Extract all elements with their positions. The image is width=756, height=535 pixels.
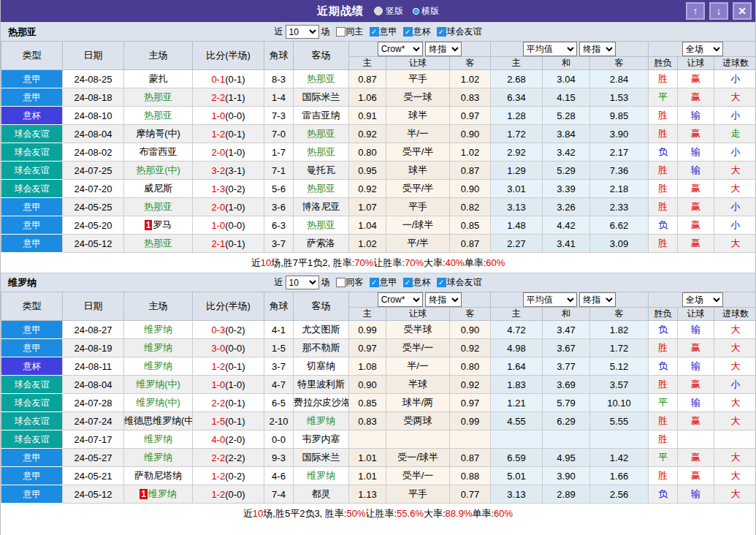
odds-away: 0.85 [450, 216, 491, 235]
match-date: 24-08-25 [63, 70, 124, 88]
avg-away: 10.10 [590, 394, 649, 412]
league-checkbox[interactable]: 意杯 [403, 276, 431, 289]
odds-home: 0.99 [349, 321, 386, 339]
odds-home: 1.04 [349, 216, 386, 235]
match-count-select[interactable]: 10 [286, 276, 319, 289]
odds-away: 0.83 [450, 88, 491, 107]
corner-cell: 7-4 [264, 485, 294, 504]
score-cell: 1-5(0-1) [193, 412, 264, 430]
table-row: 球会友谊24-07-17维罗纳4-0(2-0)0-0韦罗内塞胜 [1, 430, 756, 449]
result-goals: 小 [714, 143, 756, 162]
home-team-name: 热那亚 [144, 238, 172, 248]
avg-away: 3.09 [590, 235, 649, 253]
halftime-score: (1-0) [225, 147, 245, 158]
avg-draw: 3.42 [543, 143, 590, 162]
home-team-cell: 热那亚 [124, 88, 193, 107]
league-checkbox[interactable]: 意甲 [370, 26, 397, 38]
summary-text-segment: 55.6% [397, 508, 424, 519]
odds-handicap: 受半球 [386, 321, 450, 339]
checkbox-icon [403, 27, 413, 37]
fulltime-score: 1-2 [211, 489, 225, 500]
summary-text-segment: 60% [486, 257, 505, 268]
avg-home: 5.01 [491, 467, 543, 485]
home-team-cell: 维罗纳 [124, 430, 193, 449]
league-checkbox[interactable]: 球会友谊 [437, 276, 482, 289]
score-cell: 0-1(0-1) [193, 70, 264, 88]
match-count-select[interactable]: 10 [286, 25, 319, 39]
home-team-cell: 热那亚 [124, 107, 193, 125]
checkbox-icon [370, 278, 379, 287]
avg-away: 2.84 [590, 70, 649, 88]
bookmaker-select[interactable]: Crow* [378, 292, 423, 307]
avg-select-group: 平均值 终指 [491, 292, 649, 308]
fulltime-select[interactable]: 全场 [682, 42, 723, 56]
home-team-cell: 维罗纳 [124, 357, 193, 376]
avg-stage-select[interactable]: 终指 [579, 292, 616, 307]
away-team-cell: 热那亚 [294, 70, 349, 88]
away-team-name: 热那亚 [307, 146, 335, 157]
fulltime-select[interactable]: 全场 [682, 292, 723, 307]
avg-away [590, 430, 649, 449]
odds-handicap: 平手 [386, 70, 450, 88]
avg-draw: 3.84 [543, 125, 590, 143]
summary-text-segment: 场,胜7平1负2, 胜率: [271, 257, 354, 270]
away-team-cell: 热那亚 [294, 143, 349, 162]
avg-draw: 3.90 [543, 467, 590, 485]
avg-home: 3.13 [491, 198, 543, 216]
summary-text-segment: 40% [446, 257, 465, 268]
layout-vertical-radio[interactable]: 竖版 [374, 5, 403, 18]
bookmaker-select[interactable]: Crow* [378, 42, 423, 56]
home-team-name: 热那亚 [144, 201, 172, 212]
odds-away: 0.90 [450, 180, 491, 198]
avg-home: 2.92 [491, 143, 543, 162]
recent-results-window: 近期战绩 竖版 横版 ↑ ↓ ✕ 热那亚 近 10 场 同主 [0, 0, 756, 535]
average-select[interactable]: 平均值 [523, 42, 577, 56]
layout-horizontal-radio[interactable]: 横版 [413, 5, 439, 18]
odds-stage-select[interactable]: 终指 [425, 292, 462, 307]
table-row: 意杯24-08-11维罗纳1-2(0-1)3-7切塞纳1.08半/一0.801.… [1, 357, 756, 376]
away-team-name: 热那亚 [307, 128, 335, 139]
odds-home: 0.95 [349, 162, 386, 180]
average-select[interactable]: 平均值 [523, 292, 577, 307]
result-goals: 大 [714, 394, 756, 412]
scroll-down-button[interactable]: ↓ [709, 2, 728, 20]
avg-stage-select[interactable]: 终指 [579, 42, 616, 56]
corner-cell: 4-6 [264, 467, 294, 485]
league-checkbox[interactable]: 意甲 [370, 276, 397, 289]
result-handicap: 输 [678, 107, 714, 125]
odds-stage-select[interactable]: 终指 [425, 42, 462, 56]
odds-away [450, 430, 491, 449]
halftime-score: (2-2) [225, 452, 245, 463]
league-checkbox[interactable]: 意杯 [403, 26, 431, 38]
sub-col-header: 客 [450, 308, 491, 321]
fulltime-score: 2-2 [211, 452, 225, 463]
away-team-name: 热那亚 [307, 183, 335, 194]
same-venue-checkbox[interactable]: 同主 [336, 26, 364, 38]
home-team-cell: 维罗纳(中) [124, 394, 193, 412]
col-header-type: 类型 [1, 292, 63, 321]
result-goals: 小 [714, 198, 756, 216]
result-winlose: 胜 [649, 467, 678, 485]
sub-col-header: 胜负 [649, 308, 678, 321]
corner-cell: 2-10 [264, 412, 294, 430]
result-goals: 大 [714, 357, 756, 376]
summary-text-segment: 70% [405, 257, 424, 268]
team-section: 维罗纳 近 10 场 同客 意甲意杯球会友谊 类型 [1, 273, 755, 523]
league-checkbox[interactable]: 球会友谊 [437, 26, 482, 38]
scroll-up-button[interactable]: ↑ [686, 2, 705, 20]
result-goals: 大 [714, 339, 756, 357]
sub-col-header: 让球 [386, 57, 450, 70]
home-team-name: 维罗纳 [144, 433, 172, 444]
avg-home: 1.72 [491, 125, 543, 143]
corner-cell: 8-3 [264, 70, 294, 88]
avg-home: 1.64 [491, 357, 543, 376]
col-header-corner: 角球 [264, 292, 294, 321]
close-button[interactable]: ✕ [733, 2, 752, 20]
halftime-score: (0-2) [225, 183, 245, 194]
checkbox-icon [370, 27, 379, 37]
same-venue-checkbox[interactable]: 同客 [336, 276, 364, 289]
col-header-date: 日期 [63, 42, 124, 70]
home-team-name: 维德思维罗纳(中) [124, 415, 193, 426]
corner-cell: 3-7 [264, 235, 294, 253]
league-badge: 球会友谊 [1, 180, 63, 198]
